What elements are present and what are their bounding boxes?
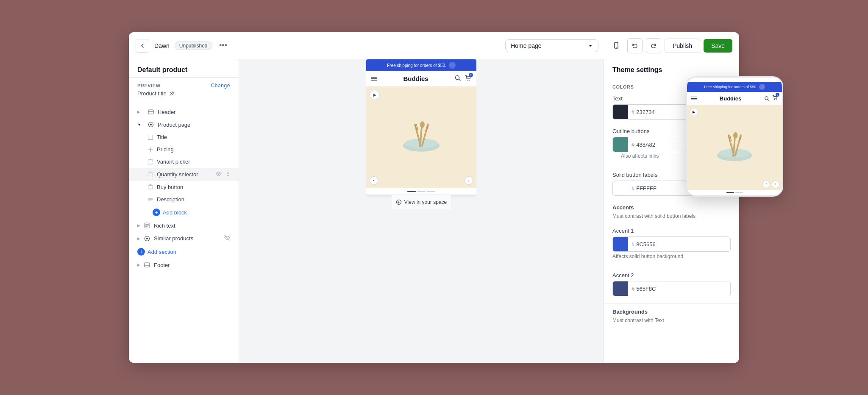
color-input-accent1[interactable]: # 8C5656 bbox=[612, 236, 731, 252]
color-input-accent2[interactable]: # 565F8C bbox=[612, 281, 731, 296]
nav-item-product-page[interactable]: ▼ Product page bbox=[129, 118, 239, 131]
save-button[interactable]: Save bbox=[704, 39, 732, 53]
drag-handle-icon[interactable] bbox=[226, 171, 230, 178]
color-swatch-accent2 bbox=[613, 281, 628, 296]
nav-item-footer[interactable]: ▶ Footer bbox=[129, 259, 239, 271]
nav-label-richtext: Rich text bbox=[154, 223, 175, 229]
left-panel: Default product PREVIEW Change Product t… bbox=[129, 59, 239, 363]
announcement-arrow[interactable]: → bbox=[449, 62, 456, 69]
page-selector[interactable]: Home page bbox=[505, 39, 598, 52]
color-row-backgrounds: Backgrounds Must contrast with Text bbox=[604, 305, 739, 328]
color-value-accent1: # 8C5656 bbox=[628, 241, 730, 248]
backgrounds-heading: Backgrounds bbox=[612, 309, 731, 315]
nav-label-quantity: Quantity selector bbox=[157, 171, 198, 178]
nav-item-quantity[interactable]: Quantity selector bbox=[129, 168, 239, 181]
svg-point-15 bbox=[228, 175, 229, 176]
top-bar: Dawn Unpublished ••• Home page bbox=[129, 32, 739, 59]
svg-point-14 bbox=[227, 175, 228, 176]
color-row-accents: Accents Must contrast with solid button … bbox=[604, 201, 739, 224]
add-block-button[interactable]: + Add block bbox=[129, 206, 239, 219]
publish-button[interactable]: Publish bbox=[665, 39, 700, 53]
prev-button[interactable]: ‹ bbox=[370, 176, 378, 185]
ar-icon bbox=[396, 199, 402, 205]
svg-point-29 bbox=[469, 80, 470, 81]
search-icon[interactable] bbox=[454, 75, 461, 83]
mobile-brand: Buddies bbox=[720, 95, 741, 102]
add-section-button[interactable]: + Add section bbox=[129, 245, 239, 259]
back-button[interactable] bbox=[136, 39, 149, 53]
change-link[interactable]: Change bbox=[211, 83, 230, 89]
next-button[interactable]: › bbox=[465, 176, 473, 185]
accents-sub-label: Must contrast with solid button labels bbox=[612, 213, 731, 219]
svg-point-49 bbox=[733, 132, 738, 139]
expand-icon-footer: ▶ bbox=[137, 263, 140, 267]
desc-icon bbox=[147, 197, 153, 203]
mobile-next[interactable]: › bbox=[772, 181, 779, 188]
cart-icon[interactable]: 2 bbox=[465, 75, 471, 83]
more-options-button[interactable]: ••• bbox=[217, 40, 229, 52]
mobile-indicators bbox=[687, 190, 782, 195]
announcement-text: Free shipping for orders of $50. bbox=[387, 63, 446, 68]
nav-item-buy-button[interactable]: Buy button bbox=[129, 181, 239, 193]
center-inner: Free shipping for orders of $50. → Buddi… bbox=[366, 59, 476, 363]
preview-nav: Buddies 2 bbox=[366, 71, 476, 86]
add-block-label: Add block bbox=[163, 209, 187, 216]
color-row-accent1: Accent 1 # 8C5656 Affects solid button b… bbox=[604, 224, 739, 269]
color-swatch-text bbox=[613, 104, 628, 120]
pricing-icon bbox=[147, 147, 153, 153]
svg-point-10 bbox=[227, 172, 228, 172]
mobile-announcement: Free shipping for orders of $50. → bbox=[687, 82, 782, 92]
nav-icons: 2 bbox=[454, 75, 471, 83]
mobile-carousel-btns: ‹ › bbox=[762, 181, 779, 188]
nav-item-title[interactable]: Title bbox=[129, 131, 239, 143]
top-right-actions: Publish Save bbox=[609, 38, 732, 53]
product-image-area: ▶ bbox=[366, 86, 476, 188]
product-page-icon bbox=[147, 121, 154, 128]
color-swatch-outline bbox=[613, 137, 628, 152]
play-button[interactable]: ▶ bbox=[370, 90, 380, 100]
expand-icon: ▶ bbox=[137, 110, 144, 114]
view-in-space-bar[interactable]: View in your space bbox=[392, 195, 451, 209]
richtext-icon bbox=[144, 222, 150, 229]
announcement-bar: Free shipping for orders of $50. → bbox=[366, 59, 476, 71]
hamburger-icon[interactable] bbox=[371, 77, 377, 81]
svg-rect-16 bbox=[148, 186, 153, 189]
similar-visibility-icon[interactable] bbox=[224, 235, 230, 242]
nav-item-description[interactable]: Description bbox=[129, 193, 239, 206]
carousel-indicators bbox=[366, 188, 476, 195]
nav-item-pricing[interactable]: Pricing bbox=[129, 143, 239, 156]
nav-label-product-page: Product page bbox=[158, 122, 190, 128]
nav-item-similar-products[interactable]: ▶ Similar products bbox=[129, 232, 239, 245]
mobile-frame: Free shipping for orders of $50. → Buddi… bbox=[686, 76, 783, 197]
mobile-dot-2 bbox=[735, 192, 743, 193]
color-swatch-accent1 bbox=[613, 236, 628, 252]
svg-point-5 bbox=[150, 124, 152, 125]
dot-2 bbox=[417, 191, 426, 192]
mobile-product-image: ▶ ‹ › bbox=[687, 105, 782, 190]
app-container: Dawn Unpublished ••• Home page bbox=[27, 15, 841, 380]
mobile-preview-button[interactable] bbox=[609, 38, 624, 53]
header-icon bbox=[147, 108, 154, 115]
main-content: Default product PREVIEW Change Product t… bbox=[129, 59, 739, 363]
svg-rect-2 bbox=[148, 110, 153, 114]
visibility-icon[interactable] bbox=[216, 171, 222, 178]
color-label-accent2: Accent 2 bbox=[612, 272, 731, 278]
undo-button[interactable] bbox=[627, 38, 643, 53]
color-label-accent1: Accent 1 bbox=[612, 228, 731, 234]
mobile-nav: Buddies 2 bbox=[687, 92, 782, 105]
mobile-prev[interactable]: ‹ bbox=[762, 181, 770, 188]
mobile-hamburger bbox=[691, 97, 697, 100]
add-section-plus-icon: + bbox=[137, 248, 145, 256]
mobile-search-icon bbox=[764, 96, 770, 101]
mobile-product-svg bbox=[703, 124, 766, 171]
nav-item-variant-picker[interactable]: Variant picker bbox=[129, 156, 239, 168]
mobile-announcement-text: Free shipping for orders of $50. bbox=[704, 85, 757, 89]
nav-item-header[interactable]: ▶ Header bbox=[129, 106, 239, 118]
carousel-controls: ‹ › bbox=[366, 175, 476, 186]
brand-name: Buddies bbox=[403, 75, 428, 82]
nav-label-pricing: Pricing bbox=[157, 146, 174, 153]
mobile-nav-icons: 2 bbox=[764, 95, 778, 102]
redo-button[interactable] bbox=[646, 38, 661, 53]
expand-icon-product: ▼ bbox=[137, 122, 144, 127]
nav-item-rich-text[interactable]: ▶ Rich text bbox=[129, 219, 239, 232]
